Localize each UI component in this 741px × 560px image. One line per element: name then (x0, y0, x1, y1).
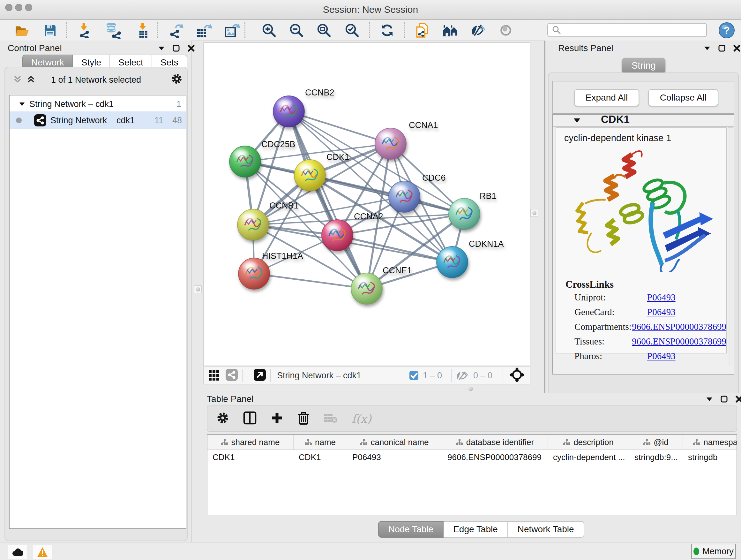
open-session-button[interactable] (13, 22, 31, 39)
refresh-button[interactable] (378, 22, 396, 39)
crosslink-value[interactable]: P06493 (647, 351, 676, 361)
column-header-namespace[interactable]: namespace (683, 435, 737, 449)
network-node-CDKN1A[interactable]: CDKN1A (436, 239, 504, 278)
import-network-database-button[interactable] (104, 22, 123, 39)
table-options-button[interactable] (216, 412, 229, 426)
toolbar-separator (404, 22, 405, 38)
view-counters: 1 – 0 0 – 0 (409, 368, 530, 383)
column-header-@id[interactable]: @id (629, 435, 683, 449)
network-options-button[interactable] (171, 73, 183, 86)
columns-icon (243, 411, 257, 425)
duplicate-network-button[interactable] (414, 22, 432, 39)
birds-eye-toggle-button[interactable] (510, 368, 524, 383)
import-network-file-button[interactable] (76, 22, 94, 39)
open-in-window-button[interactable] (253, 368, 266, 382)
crosslink-value[interactable]: 9606.ENSP00000378699 (632, 321, 726, 332)
import-table-file-button[interactable] (133, 22, 152, 39)
column-header-canonical-name[interactable]: canonical name (347, 435, 442, 449)
network-node-CCNB1[interactable]: CCNB1 (238, 201, 299, 240)
panel-menu-icon[interactable] (706, 396, 713, 401)
node-label: CDK1 (327, 152, 349, 162)
float-panel-icon[interactable] (721, 395, 728, 402)
tab-node-table[interactable]: Node Table (378, 521, 444, 538)
crosslink-value[interactable]: P06493 (647, 307, 676, 317)
close-panel-icon[interactable] (735, 395, 741, 403)
crosslink-value[interactable]: P06493 (647, 292, 676, 303)
bottom-splitter-handle[interactable] (468, 387, 473, 391)
network-node-CCNB2[interactable]: CCNB2 (273, 88, 334, 127)
collapse-gene-icon[interactable] (574, 118, 581, 123)
save-session-button[interactable] (41, 22, 59, 39)
delete-column-button[interactable] (297, 411, 310, 426)
delete-table-button[interactable] (324, 412, 338, 425)
node-table[interactable]: shared namenamecanonical namedatabase id… (207, 434, 737, 515)
zoom-in-button[interactable] (260, 22, 278, 39)
toolbar-separator (66, 22, 67, 38)
show-columns-button[interactable] (243, 411, 257, 426)
float-panel-icon[interactable] (718, 45, 725, 52)
memory-button[interactable]: Memory (691, 544, 736, 559)
network-node-HIST1H1A[interactable]: HIST1H1A (239, 251, 303, 289)
network-style-button[interactable] (225, 368, 238, 382)
help-button[interactable]: ? (718, 22, 736, 39)
network-node-RB1[interactable]: RB1 (449, 191, 496, 230)
panel-menu-icon[interactable] (704, 46, 711, 51)
node-count: 11 (154, 116, 163, 125)
close-panel-icon[interactable] (187, 44, 195, 52)
network-edge[interactable] (289, 111, 391, 144)
network-edge[interactable] (254, 273, 367, 289)
table-row[interactable]: CDK1CDK1P064939606.ENSP00000378699cyclin… (207, 450, 737, 464)
panel-menu-icon[interactable] (158, 46, 165, 51)
crosslink-value[interactable]: 9606.ENSP00000378699 (632, 336, 726, 347)
network-node-CCNA1[interactable]: CCNA1 (375, 120, 438, 159)
gene-details-box: cyclin-dependent kinase 1 (556, 127, 727, 354)
tab-edge-table[interactable]: Edge Table (444, 521, 508, 538)
network-tab-content: 1 of 1 Network selected String Network –… (4, 67, 188, 541)
zoom-fit-button[interactable] (315, 22, 333, 39)
show-hide-graphics-button[interactable] (441, 22, 460, 39)
network-graph[interactable]: CCNB2CCNA1CDC25BCDK1CDC6RB1CCNB1CCNA2CDK… (204, 43, 530, 366)
network-canvas[interactable]: CCNB2CCNA1CDC25BCDK1CDC6RB1CCNB1CCNA2CDK… (203, 43, 530, 366)
crosslink-row: Tissues:9606.ENSP00000378699 (575, 336, 726, 347)
network-node-CDK1[interactable]: CDK1 (294, 152, 349, 191)
column-type-icon (643, 439, 650, 445)
hidden-eye-icon[interactable] (455, 370, 469, 381)
close-panel-icon[interactable] (733, 44, 741, 52)
warning-status-button[interactable] (33, 545, 52, 559)
cloud-status-button[interactable] (8, 545, 27, 559)
right-splitter-handle[interactable] (530, 209, 538, 217)
status-bar: Memory (0, 542, 741, 560)
zoom-selected-button[interactable] (343, 22, 361, 39)
add-column-button[interactable] (271, 412, 283, 426)
expand-all-button[interactable]: Expand All (574, 89, 639, 106)
column-header-database-identifier[interactable]: database identifier (442, 435, 548, 449)
float-panel-icon[interactable] (173, 45, 180, 52)
results-scrollbar[interactable] (728, 127, 733, 366)
hide-selected-button[interactable] (468, 22, 487, 39)
grid-view-button[interactable] (208, 369, 220, 382)
crosslink-label: Compartments: (575, 321, 632, 332)
export-network-button[interactable] (167, 22, 186, 39)
selected-checkbox-icon[interactable] (409, 370, 419, 381)
tab-string[interactable]: String (622, 58, 665, 73)
zoom-out-button[interactable] (287, 22, 306, 39)
search-input[interactable] (547, 23, 707, 37)
column-header-shared-name[interactable]: shared name (207, 435, 293, 449)
current-network-dot (16, 118, 22, 123)
column-header-description[interactable]: description (548, 435, 629, 449)
inactive-eye-button[interactable] (496, 22, 515, 39)
network-collection-row[interactable]: String Network – cdk1 1 (10, 97, 186, 111)
network-row-selected[interactable]: String Network – cdk1 11 48 (10, 111, 186, 129)
collapse-triangle-icon[interactable] (19, 102, 25, 106)
function-builder-button[interactable]: f(x) (352, 412, 372, 425)
export-table-button[interactable] (195, 22, 213, 39)
network-edge[interactable] (289, 111, 367, 289)
gene-header-row[interactable]: CDK1 (553, 115, 734, 127)
collapse-all-button[interactable]: Collapse All (648, 89, 718, 106)
left-splitter-handle[interactable] (194, 286, 202, 293)
control-panel-title: Control Panel (8, 43, 62, 53)
column-header-name[interactable]: name (293, 435, 347, 449)
network-node-CCNE1[interactable]: CCNE1 (351, 266, 412, 304)
export-image-button[interactable] (222, 22, 241, 39)
tab-network-table[interactable]: Network Table (508, 521, 584, 538)
